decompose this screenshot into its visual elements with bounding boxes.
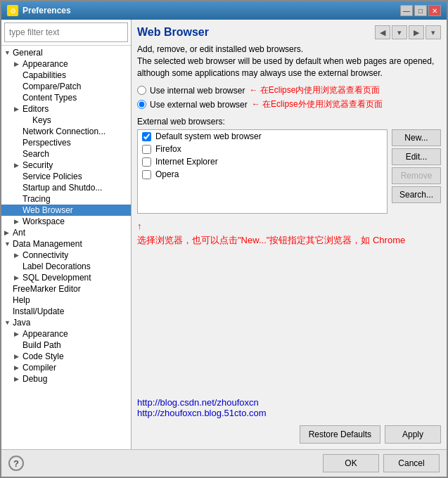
tree-arrow-editors[interactable]: ▶ — [14, 105, 23, 112]
tree-item-content-types[interactable]: Content Types — [1, 92, 131, 103]
tree-item-java-appearance[interactable]: ▶Appearance — [1, 328, 131, 340]
tree-item-keys[interactable]: Keys — [1, 115, 131, 126]
tree-label-build-path: Build Path — [23, 340, 61, 350]
panel-title: Web Browser — [137, 26, 209, 39]
tree-label-workspace: Workspace — [23, 217, 65, 226]
tree-arrow-java-appearance[interactable]: ▶ — [14, 330, 23, 337]
radio-internal-label[interactable]: Use internal web browser — [150, 86, 245, 96]
tree-item-appearance[interactable]: ▶Appearance — [1, 58, 131, 70]
ok-button[interactable]: OK — [323, 454, 379, 472]
tree-item-editors[interactable]: ▶Editors — [1, 103, 131, 115]
tree-item-perspectives[interactable]: Perspectives — [1, 137, 131, 148]
tree-arrow-code-style[interactable]: ▶ — [14, 353, 23, 360]
link2[interactable]: http://zhoufoxcn.blog.51cto.com — [137, 408, 441, 418]
tree-item-compiler[interactable]: ▶Compiler — [1, 362, 131, 373]
browser-label-0: Default system web browser — [155, 131, 262, 141]
link1[interactable]: http://blog.csdn.net/zhoufoxcn — [137, 397, 441, 408]
nav-menu-button[interactable]: ▾ — [425, 25, 441, 39]
tree-arrow-appearance[interactable]: ▶ — [14, 60, 23, 67]
tree-item-connectivity[interactable]: ▶Connectivity — [1, 250, 131, 261]
tree-label-general: General — [13, 48, 43, 58]
tree-arrow-connectivity[interactable]: ▶ — [14, 252, 23, 259]
browser-item-0[interactable]: Default system web browser — [138, 130, 387, 143]
restore-defaults-button[interactable]: Restore Defaults — [300, 425, 380, 444]
tree-item-capabilities[interactable]: Capabilities — [1, 70, 131, 81]
tree-label-debug: Debug — [23, 374, 47, 384]
help-button[interactable]: ? — [8, 456, 24, 471]
tree-item-label-decorations[interactable]: Label Decorations — [1, 261, 131, 272]
tree-item-tracing[interactable]: Tracing — [1, 193, 131, 205]
new-button[interactable]: New... — [392, 129, 441, 146]
tree-item-network-connections[interactable]: Network Connection... — [1, 126, 131, 137]
nav-buttons: ◀ ▾ ▶ ▾ — [375, 25, 441, 39]
browser-item-1[interactable]: Firefox — [138, 143, 387, 155]
tree-arrow-workspace[interactable]: ▶ — [14, 218, 23, 225]
edit-button[interactable]: Edit... — [392, 148, 441, 165]
radio-external[interactable] — [137, 100, 146, 109]
tree-item-code-style[interactable]: ▶Code Style — [1, 351, 131, 362]
tree-item-ant[interactable]: ▶Ant — [1, 227, 131, 238]
tree-item-compare-patch[interactable]: Compare/Patch — [1, 81, 131, 92]
remove-button[interactable]: Remove — [392, 167, 441, 184]
tree-item-help[interactable]: Help — [1, 295, 131, 306]
browsers-list[interactable]: Default system web browserFirefoxInterne… — [137, 129, 388, 214]
tree-arrow-general[interactable]: ▼ — [4, 49, 13, 56]
cancel-button[interactable]: Cancel — [383, 454, 440, 472]
nav-back-button[interactable]: ◀ — [375, 25, 390, 39]
tree-label-code-style: Code Style — [23, 351, 64, 361]
tree-arrow-ant[interactable]: ▶ — [4, 229, 13, 236]
tree-item-freemarker-editor[interactable]: FreeMarker Editor — [1, 283, 131, 295]
tree-item-service-policies[interactable]: Service Policies — [1, 171, 131, 182]
filter-input[interactable] — [4, 22, 128, 42]
tree-item-build-path[interactable]: Build Path — [1, 340, 131, 351]
browser-checkbox-3[interactable] — [142, 170, 151, 179]
tree-item-workspace[interactable]: ▶Workspace — [1, 216, 131, 227]
panel-description: Add, remove, or edit installed web brows… — [137, 44, 441, 79]
big-annotation-text: 选择浏览器，也可以点击"New..."按钮指定其它浏览器，如 Chrome — [137, 235, 405, 245]
content-area: ▼General▶AppearanceCapabilitiesCompare/P… — [1, 20, 447, 449]
tree-label-compare-patch: Compare/Patch — [23, 82, 81, 91]
browser-item-3[interactable]: Opera — [138, 168, 387, 181]
browser-checkbox-1[interactable] — [142, 145, 151, 154]
tree-arrow-data-management[interactable]: ▼ — [4, 240, 13, 247]
radio-internal[interactable] — [137, 86, 146, 95]
tree-label-perspectives: Perspectives — [23, 138, 71, 148]
titlebar-buttons: — □ ✕ — [400, 5, 441, 16]
tree-item-startup-shutdown[interactable]: Startup and Shutdo... — [1, 182, 131, 193]
filter-box — [1, 20, 131, 46]
nav-dropdown-button[interactable]: ▾ — [392, 25, 407, 39]
tree-item-search[interactable]: Search — [1, 148, 131, 160]
maximize-button[interactable]: □ — [414, 5, 427, 16]
tree-arrow-security[interactable]: ▶ — [14, 162, 23, 169]
right-panel: Web Browser ◀ ▾ ▶ ▾ Add, remove, or edit… — [132, 20, 447, 449]
radio-external-label[interactable]: Use external web browser — [150, 100, 248, 110]
nav-forward-button[interactable]: ▶ — [409, 25, 424, 39]
minimize-button[interactable]: — — [400, 5, 413, 16]
tree-label-java-appearance: Appearance — [23, 329, 68, 339]
tree-label-freemarker-editor: FreeMarker Editor — [13, 284, 81, 294]
tree-arrow-sql-development[interactable]: ▶ — [14, 274, 23, 281]
tree-label-tracing: Tracing — [23, 194, 51, 204]
tree-label-search: Search — [23, 149, 49, 159]
tree-label-capabilities: Capabilities — [23, 70, 66, 80]
tree-item-web-browser[interactable]: Web Browser — [1, 205, 131, 216]
tree-arrow-compiler[interactable]: ▶ — [14, 364, 23, 371]
tree-item-java[interactable]: ▼Java — [1, 317, 131, 328]
tree-arrow-java[interactable]: ▼ — [4, 319, 13, 326]
apply-button[interactable]: Apply — [385, 425, 441, 444]
close-button[interactable]: ✕ — [428, 5, 441, 16]
browser-checkbox-2[interactable] — [142, 157, 151, 167]
search-button[interactable]: Search... — [392, 186, 441, 203]
browser-checkbox-0[interactable] — [142, 132, 151, 141]
tree-item-install-update[interactable]: Install/Update — [1, 306, 131, 317]
tree-arrow-debug[interactable]: ▶ — [14, 375, 23, 382]
tree-item-general[interactable]: ▼General — [1, 47, 131, 58]
tree-item-security[interactable]: ▶Security — [1, 160, 131, 171]
tree-label-startup-shutdown: Startup and Shutdo... — [23, 183, 102, 193]
tree-item-data-management[interactable]: ▼Data Management — [1, 238, 131, 250]
tree-label-network-connections: Network Connection... — [23, 127, 105, 136]
browser-item-2[interactable]: Internet Explorer — [138, 155, 387, 168]
tree-item-debug[interactable]: ▶Debug — [1, 373, 131, 385]
tree-item-sql-development[interactable]: ▶SQL Development — [1, 272, 131, 283]
tree-label-content-types: Content Types — [23, 93, 77, 103]
